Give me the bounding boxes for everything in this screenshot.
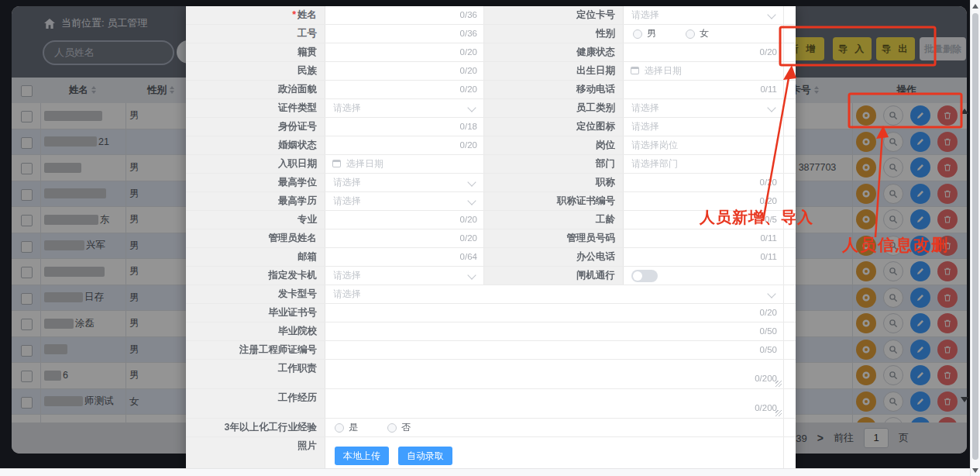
- form-row: 毕业证书号0/20: [186, 304, 796, 323]
- chevron-down-icon: [467, 271, 476, 279]
- field-label: 邮箱: [186, 248, 325, 266]
- name-input[interactable]: 0/36: [325, 6, 484, 24]
- major-input[interactable]: 0/20: [325, 211, 484, 229]
- title-input[interactable]: 0/20: [624, 174, 784, 191]
- school-input[interactable]: 0/50: [325, 323, 784, 340]
- marital-status-input[interactable]: 0/20: [325, 136, 484, 154]
- placeholder-text: 请选择: [631, 118, 659, 136]
- form-row: 身份证号0/18定位图标请选择: [186, 118, 796, 136]
- resize-handle-icon[interactable]: [775, 381, 782, 387]
- form-row: *姓名0/36定位卡号请选择: [186, 6, 796, 25]
- field-label: 政治面貌: [186, 81, 325, 98]
- political-status-input[interactable]: 0/20: [325, 81, 484, 98]
- form-row: 毕业院校0/50: [186, 323, 796, 341]
- placeholder-text: 请选择: [333, 285, 361, 303]
- engineer-cert-no-input[interactable]: 0/50: [325, 341, 784, 359]
- chem-experience-radio-option[interactable]: 否: [387, 419, 411, 436]
- char-counter: 0/11: [760, 229, 777, 247]
- char-counter: 0/20: [760, 174, 777, 191]
- char-counter: 0/5: [765, 211, 777, 229]
- field-label: 工龄: [484, 211, 624, 229]
- gate-access-toggle[interactable]: [624, 267, 784, 285]
- gender-radio-option[interactable]: 女: [686, 25, 709, 43]
- ethnicity-input[interactable]: 0/20: [325, 62, 484, 80]
- department-select[interactable]: 请选择部门: [624, 155, 784, 173]
- char-counter: 0/200: [755, 403, 777, 412]
- title-cert-no-input[interactable]: 0/20: [624, 192, 784, 210]
- chevron-down-icon: [767, 103, 775, 112]
- form-row: 注册工程师证编号0/50: [186, 341, 796, 360]
- char-counter: 0/11: [760, 81, 777, 98]
- chem-experience-radio-option[interactable]: 是: [335, 419, 358, 436]
- field-label: 员工类别: [484, 99, 624, 117]
- vertical-scrollbar-thumb[interactable]: [972, 13, 978, 460]
- admin-number-input[interactable]: 0/11: [624, 229, 784, 247]
- field-label: 毕业证书号: [186, 304, 325, 322]
- form-row: 入职日期选择日期部门请选择部门: [186, 155, 796, 174]
- chem-experience-radio[interactable]: 是否: [325, 419, 784, 436]
- email-input[interactable]: 0/64: [325, 248, 484, 266]
- calendar-icon: [631, 67, 639, 74]
- office-phone-input[interactable]: 0/11: [624, 248, 784, 266]
- field-label: 3年以上化工行业经验: [186, 419, 325, 436]
- id-type-select[interactable]: 请选择: [325, 99, 484, 117]
- card-model-select[interactable]: 请选择: [325, 285, 784, 303]
- form-row: 专业0/20工龄0/5: [186, 211, 796, 229]
- field-label: *姓名: [186, 6, 325, 24]
- locator-card-select[interactable]: 请选择: [624, 6, 784, 24]
- field-label: 婚姻状态: [186, 136, 325, 154]
- employee-no-input[interactable]: 0/36: [325, 25, 484, 43]
- horizontal-scrollbar[interactable]: [0, 468, 970, 476]
- card-issuer-select[interactable]: 请选择: [325, 267, 484, 285]
- degree-select[interactable]: 请选择: [325, 174, 484, 191]
- field-label: 定位卡号: [484, 6, 624, 24]
- field-label: 毕业院校: [186, 323, 325, 340]
- seniority-input[interactable]: 0/5: [624, 211, 784, 229]
- native-place-input[interactable]: 0/20: [325, 43, 484, 61]
- placeholder-text: 请选择: [333, 267, 361, 285]
- char-counter: 0/20: [460, 211, 477, 229]
- mobile-phone-input[interactable]: 0/11: [624, 81, 784, 98]
- char-counter: 0/64: [460, 248, 477, 266]
- char-counter: 0/18: [460, 118, 477, 136]
- field-label: 最高学位: [186, 174, 325, 191]
- education-select[interactable]: 请选择: [325, 192, 484, 210]
- birth-date-picker[interactable]: 选择日期: [624, 62, 784, 80]
- vertical-scrollbar[interactable]: [970, 0, 980, 476]
- auto-capture-button[interactable]: 自动录取: [398, 447, 452, 465]
- field-label: 办公电话: [484, 248, 624, 266]
- chevron-down-icon: [467, 196, 476, 205]
- toggle-switch[interactable]: [631, 270, 658, 282]
- gender-radio[interactable]: 男女: [624, 25, 784, 43]
- diploma-no-input[interactable]: 0/20: [325, 304, 784, 322]
- hire-date-picker[interactable]: 选择日期: [325, 155, 484, 173]
- form-row: 工作经历0/200: [186, 389, 796, 419]
- char-counter: 0/36: [460, 25, 477, 43]
- char-counter: 0/20: [460, 43, 477, 61]
- experience-textarea[interactable]: 0/200: [325, 389, 784, 418]
- local-upload-button[interactable]: 本地上传: [335, 447, 389, 465]
- locator-icon-select[interactable]: 请选择: [624, 118, 784, 136]
- form-row: 工号0/36性别男女: [186, 25, 796, 43]
- health-status-input[interactable]: 0/20: [624, 43, 784, 61]
- placeholder-text: 请选择: [333, 192, 361, 210]
- radio-icon: [387, 423, 397, 433]
- char-counter: 0/36: [460, 6, 477, 24]
- scroll-up-icon[interactable]: [972, 4, 978, 9]
- post-select[interactable]: 请选择岗位: [624, 136, 784, 154]
- field-label: 民族: [186, 62, 325, 80]
- char-counter: 0/11: [760, 248, 777, 266]
- id-number-input[interactable]: 0/18: [325, 118, 484, 136]
- field-label: 最高学历: [186, 192, 325, 210]
- placeholder-text: 选择日期: [645, 62, 682, 80]
- form-row: 指定发卡机请选择闸机通行: [186, 267, 796, 285]
- gender-radio-option[interactable]: 男: [633, 25, 656, 43]
- char-counter: 0/200: [755, 374, 777, 383]
- admin-name-input[interactable]: 0/20: [325, 229, 484, 247]
- employee-type-select[interactable]: 请选择: [624, 99, 784, 117]
- form-row: 最高学历请选择职称证书编号0/20: [186, 192, 796, 211]
- resize-handle-icon[interactable]: [775, 410, 782, 416]
- duties-textarea[interactable]: 0/200: [325, 360, 784, 388]
- scroll-down-icon[interactable]: [972, 468, 978, 473]
- form-row: 籍贯0/20健康状态0/20: [186, 43, 796, 62]
